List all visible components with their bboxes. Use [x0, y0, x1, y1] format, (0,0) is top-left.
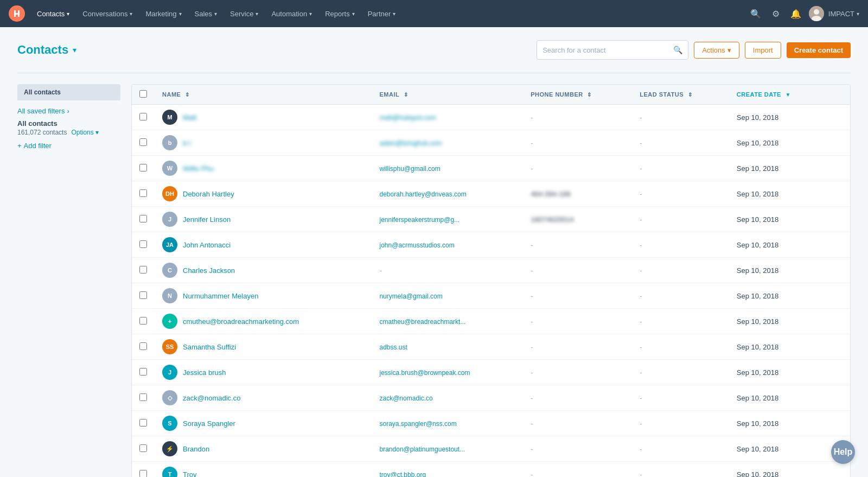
actions-button[interactable]: Actions ▾	[694, 42, 739, 59]
col-phone[interactable]: PHONE NUMBER ⇕	[523, 85, 632, 105]
row-checkbox-cell[interactable]	[132, 232, 155, 258]
row-checkbox[interactable]	[139, 470, 147, 478]
row-checkbox[interactable]	[139, 368, 147, 376]
contact-search-bar[interactable]: 🔍	[537, 40, 688, 60]
row-checkbox[interactable]	[139, 317, 147, 325]
contact-email-link[interactable]: willisphu@gmail.com	[380, 165, 441, 173]
saved-filters-link[interactable]: All saved filters ›	[17, 107, 120, 115]
col-create-date[interactable]: CREATE DATE ▼	[729, 85, 828, 105]
row-checkbox-cell[interactable]	[132, 462, 155, 478]
row-checkbox[interactable]	[139, 266, 147, 274]
row-checkbox[interactable]	[139, 138, 147, 146]
contact-name-link[interactable]: Soraya Spangler	[183, 419, 235, 428]
row-checkbox-cell[interactable]	[132, 436, 155, 462]
row-checkbox-cell[interactable]	[132, 207, 155, 232]
options-link[interactable]: Options ▾	[71, 129, 99, 136]
contact-email-link[interactable]: troy@ct.bbb.org	[380, 471, 426, 478]
contact-avatar: DH	[162, 186, 177, 201]
col-name[interactable]: NAME ⇕	[155, 85, 372, 105]
row-checkbox[interactable]	[139, 164, 147, 171]
create-contact-button[interactable]: Create contact	[787, 42, 851, 58]
col-email[interactable]: EMAIL ⇕	[372, 85, 524, 105]
title-chevron-icon[interactable]: ▾	[73, 46, 76, 54]
row-checkbox-cell[interactable]	[132, 258, 155, 283]
contact-email-cell: deborah.hartley@dnveas.com	[372, 181, 524, 207]
row-checkbox-cell[interactable]	[132, 360, 155, 385]
nav-item-contacts[interactable]: Contacts ▾	[31, 7, 75, 21]
contact-email-link[interactable]: jessica.brush@brownpeak.com	[380, 369, 470, 377]
notifications-icon-btn[interactable]: 🔔	[787, 5, 805, 22]
contact-name-link[interactable]: Samantha Suffizi	[183, 343, 236, 351]
hubspot-logo[interactable]	[9, 5, 25, 22]
account-name[interactable]: IMPACT ▾	[828, 10, 859, 18]
nav-item-automation[interactable]: Automation ▾	[266, 7, 317, 21]
contact-email-link[interactable]: cmatheu@breadreachmarkt...	[380, 318, 466, 326]
contact-create-date-cell: Sep 10, 2018	[729, 334, 828, 360]
row-checkbox[interactable]	[139, 393, 147, 401]
select-all-header[interactable]	[132, 85, 155, 105]
contact-email-link[interactable]: john@acrmusstudios.com	[380, 241, 455, 249]
contact-name-link[interactable]: Charles Jackson	[183, 266, 235, 275]
contact-name-link[interactable]: Troy	[183, 470, 197, 478]
contact-name-link[interactable]: John Antonacci	[183, 241, 231, 249]
user-avatar[interactable]	[809, 6, 824, 21]
nav-item-sales[interactable]: Sales ▾	[189, 7, 223, 21]
nav-item-reports[interactable]: Reports ▾	[320, 7, 360, 21]
row-checkbox-cell[interactable]	[132, 105, 155, 130]
contact-email-cell: cmatheu@breadreachmarkt...	[372, 309, 524, 334]
contact-name-link[interactable]: Jennifer Linson	[183, 215, 231, 224]
contact-name-link[interactable]: Matt	[183, 113, 196, 122]
contact-email-link[interactable]: jenniferspeakerstrump@g...	[380, 216, 460, 224]
contact-name-link[interactable]: b t	[183, 139, 190, 147]
search-input[interactable]	[542, 46, 673, 54]
contact-name-link[interactable]: Deborah Hartley	[183, 190, 234, 198]
contact-email-link[interactable]: zack@nomadic.co	[380, 395, 433, 402]
contact-name-link[interactable]: zack@nomadic.co	[183, 394, 240, 402]
row-checkbox-cell[interactable]	[132, 156, 155, 181]
row-checkbox[interactable]	[139, 215, 147, 222]
chevron-down-icon: ▾	[857, 11, 859, 17]
row-checkbox-cell[interactable]	[132, 309, 155, 334]
row-checkbox-cell[interactable]	[132, 385, 155, 411]
row-checkbox[interactable]	[139, 113, 147, 120]
contact-email-link[interactable]: soraya.spangler@nss.com	[380, 420, 457, 428]
contact-name-link[interactable]: Jessica brush	[183, 368, 226, 377]
row-checkbox-cell[interactable]	[132, 181, 155, 207]
nav-item-partner[interactable]: Partner ▾	[362, 7, 401, 21]
import-button[interactable]: Import	[745, 42, 781, 59]
row-checkbox[interactable]	[139, 419, 147, 427]
contact-email-link[interactable]: brandon@platinumguestout...	[380, 446, 465, 453]
contact-email-link[interactable]: adbss.ust	[380, 344, 407, 351]
contact-name-link[interactable]: cmutheu@broadreachmarketing.com	[183, 317, 299, 326]
contact-name-link[interactable]: Willis Phu	[183, 164, 214, 173]
contact-name-link[interactable]: Nurmuhammer Melayen	[183, 292, 258, 300]
row-checkbox-cell[interactable]	[132, 283, 155, 309]
sidebar-contacts-label: All contacts	[17, 119, 120, 128]
contact-email-link[interactable]: nurymela@gmail.com	[380, 292, 443, 300]
row-checkbox[interactable]	[139, 189, 147, 197]
nav-item-service[interactable]: Service ▾	[225, 7, 264, 21]
select-all-checkbox[interactable]	[139, 90, 147, 98]
nav-item-marketing[interactable]: Marketing ▾	[140, 7, 187, 21]
col-lead-status[interactable]: LEAD STATUS ⇕	[632, 85, 729, 105]
contact-email-link[interactable]: matt@hubspot.com	[380, 114, 436, 122]
row-checkbox-cell[interactable]	[132, 411, 155, 436]
row-checkbox[interactable]	[139, 444, 147, 452]
sidebar-all-contacts[interactable]: All contacts	[17, 84, 120, 100]
settings-icon-btn[interactable]: ⚙	[769, 5, 783, 22]
row-checkbox-cell[interactable]	[132, 130, 155, 156]
contact-email-link[interactable]: adam@bringhub.com	[380, 139, 442, 147]
contact-name-link[interactable]: Brandon	[183, 445, 209, 453]
row-checkbox-cell[interactable]	[132, 334, 155, 360]
page-title[interactable]: Contacts	[17, 43, 68, 57]
contact-lead-status-cell: -	[632, 385, 729, 411]
row-checkbox[interactable]	[139, 240, 147, 248]
nav-item-conversations[interactable]: Conversations ▾	[77, 7, 138, 21]
contact-email-link[interactable]: deborah.hartley@dnveas.com	[380, 190, 467, 198]
search-icon-btn[interactable]: 🔍	[747, 5, 764, 22]
contact-create-date-cell: Sep 10, 2018	[729, 283, 828, 309]
row-checkbox[interactable]	[139, 342, 147, 350]
help-button[interactable]: Help	[831, 440, 855, 464]
row-checkbox[interactable]	[139, 291, 147, 299]
add-filter-link[interactable]: + Add filter	[17, 142, 120, 150]
